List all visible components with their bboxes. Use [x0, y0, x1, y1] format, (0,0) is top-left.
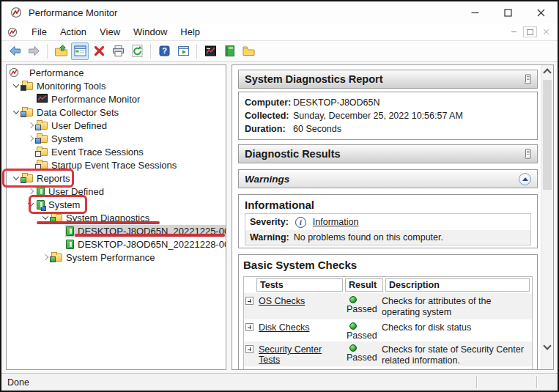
description-value: Checks for disk status	[382, 322, 530, 341]
tree-item-reports[interactable]: Reports	[7, 171, 226, 185]
duration-label: Duration:	[245, 124, 293, 134]
new-window-button[interactable]	[174, 42, 192, 60]
chevron-expanded-icon[interactable]	[11, 84, 21, 88]
toolbar-separator	[47, 44, 48, 59]
mdi-minimize-button[interactable]	[507, 26, 521, 37]
folder-system-performance-icon	[51, 254, 62, 262]
warning-row: Warning: No problems found on this compu…	[245, 230, 530, 245]
forward-button[interactable]	[25, 42, 42, 60]
passed-status-icon	[349, 344, 357, 352]
scrollbar-thumb[interactable]	[543, 80, 552, 190]
scroll-down-icon[interactable]	[543, 341, 551, 350]
collapse-section-button[interactable]	[519, 173, 531, 185]
scroll-up-icon[interactable]	[543, 68, 551, 76]
view-log-data-button[interactable]	[221, 42, 238, 60]
passed-status-icon	[349, 322, 357, 330]
folder-event-trace-icon	[37, 148, 48, 156]
mdi-close-button[interactable]	[539, 26, 553, 37]
tree-item-data-collector-sets[interactable]: Data Collector Sets	[7, 106, 226, 119]
report-file-icon	[66, 226, 74, 236]
maximize-button[interactable]	[492, 1, 525, 23]
table-row: OS Checks Passed Checks for attributes o…	[244, 293, 532, 319]
report-summary-box: Computer: DESKTOP-J8OD65N Collected: Sun…	[238, 92, 538, 140]
disk-checks-link[interactable]: Disk Checks	[259, 322, 309, 333]
report-user-defined-icon	[37, 187, 45, 196]
tree-item-report-20221225[interactable]: DESKTOP-J8OD65N_20221225-000001	[7, 224, 226, 237]
expand-icon[interactable]	[245, 297, 253, 305]
tree-item-report-20221228[interactable]: DESKTOP-J8OD65N_20221228-000002	[7, 237, 226, 251]
help-button[interactable]: ?	[155, 42, 173, 60]
basic-system-checks-title: Basic System Checks	[243, 259, 533, 273]
back-button[interactable]	[6, 42, 23, 60]
open-folder-button[interactable]	[240, 42, 257, 60]
menu-help[interactable]: Help	[174, 23, 207, 40]
tree-item-performance-monitor[interactable]: Performance Monitor	[7, 92, 226, 106]
tree-item-dcs-user-defined[interactable]: User Defined	[7, 119, 226, 132]
tree-item-monitoring-tools[interactable]: Monitoring Tools	[7, 79, 226, 92]
mdi-restore-button[interactable]	[523, 26, 537, 37]
tree-item-reports-user-defined[interactable]: User Defined	[7, 185, 226, 198]
close-icon	[537, 9, 545, 17]
close-button[interactable]	[525, 1, 558, 23]
status-text: Done	[7, 377, 29, 388]
expand-icon[interactable]	[245, 345, 253, 353]
performance-monitor-icon	[37, 94, 48, 105]
refresh-icon	[130, 44, 144, 58]
status-bar-divider	[476, 376, 477, 388]
refresh-button[interactable]	[128, 42, 146, 60]
information-link[interactable]: Information	[313, 217, 359, 227]
chevron-expanded-icon[interactable]	[11, 110, 21, 114]
performance-monitor-app-icon	[10, 7, 22, 18]
section-menu-icon[interactable]	[524, 74, 531, 84]
menu-window[interactable]: Window	[127, 23, 174, 40]
vertical-scrollbar[interactable]	[541, 65, 553, 369]
minimize-icon	[471, 9, 479, 17]
help-icon: ?	[158, 44, 171, 58]
delete-button[interactable]	[90, 42, 108, 60]
mdi-window-controls	[507, 26, 558, 37]
menu-file[interactable]: File	[25, 23, 53, 40]
status-bar-divider	[536, 376, 537, 388]
performance-logo-icon	[9, 67, 19, 78]
section-menu-icon[interactable]	[524, 149, 531, 159]
show-hide-console-tree-button[interactable]	[71, 42, 89, 60]
menu-view[interactable]: View	[93, 23, 127, 40]
expand-icon[interactable]	[245, 323, 253, 331]
tree-item-dcs-system[interactable]: System	[7, 132, 226, 145]
severity-row: Severity: Information	[250, 214, 526, 230]
chevron-collapsed-icon[interactable]	[26, 136, 36, 141]
tree-item-performance[interactable]: Performance	[7, 66, 226, 79]
view-log-data-icon	[223, 44, 237, 58]
console-workspace: Performance Monitoring Tools Performance…	[1, 62, 558, 373]
print-button[interactable]	[109, 42, 127, 60]
description-value: Checks for state of Security Center rela…	[382, 344, 530, 366]
menu-bar: File Action View Window Help	[1, 23, 558, 41]
chevron-expanded-icon[interactable]	[11, 176, 21, 180]
chevron-expanded-icon[interactable]	[26, 202, 36, 207]
diagnostic-results-header: Diagnostic Results	[238, 144, 538, 163]
information-icon	[295, 217, 306, 228]
up-one-level-button[interactable]	[52, 42, 70, 60]
folder-startup-event-trace-icon	[37, 161, 48, 169]
warning-label: Warning:	[250, 232, 289, 243]
system-monitor-button[interactable]	[201, 42, 219, 60]
result-value: Passed	[347, 304, 377, 314]
chevron-expanded-icon[interactable]	[40, 215, 51, 220]
chevron-collapsed-icon[interactable]	[26, 123, 36, 127]
menu-action[interactable]: Action	[53, 23, 93, 40]
chevron-collapsed-icon[interactable]	[40, 255, 51, 259]
security-center-tests-link[interactable]: Security Center Tests	[259, 344, 322, 365]
chevron-collapsed-icon[interactable]	[26, 189, 36, 193]
tree-item-startup-event-trace-sessions[interactable]: Startup Event Trace Sessions	[7, 158, 226, 171]
back-icon	[8, 44, 22, 58]
minimize-button[interactable]	[459, 1, 492, 23]
warnings-title: Warnings	[245, 174, 289, 185]
basic-system-checks-table: Tests Result Description OS Checks Passe…	[243, 276, 533, 369]
forward-icon	[27, 44, 41, 58]
tree-item-system-performance[interactable]: System Performance	[7, 251, 226, 264]
tree-item-reports-system[interactable]: System	[7, 198, 226, 211]
tree-item-event-trace-sessions[interactable]: Event Trace Sessions	[7, 145, 226, 158]
duration-row: Duration: 60 Seconds	[245, 122, 531, 136]
os-checks-link[interactable]: OS Checks	[259, 296, 305, 306]
tree-item-system-diagnostics[interactable]: System Diagnostics	[7, 211, 226, 224]
